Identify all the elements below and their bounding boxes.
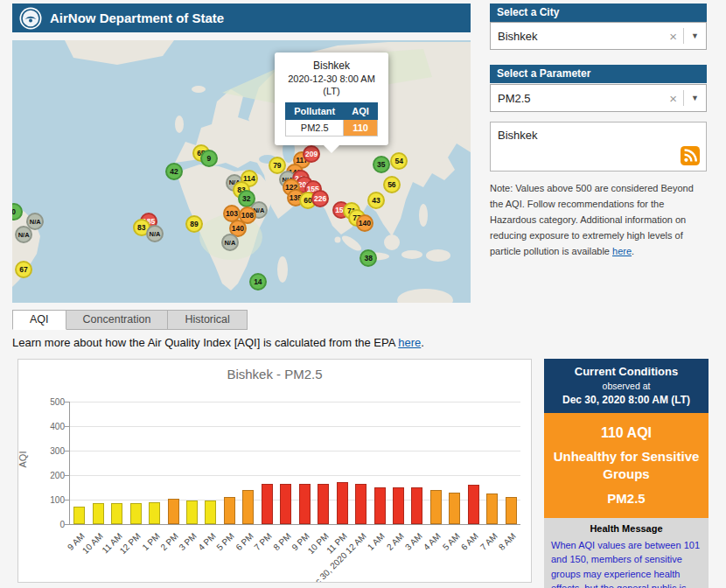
chart-bar[interactable] xyxy=(337,482,348,524)
tab-historical[interactable]: Historical xyxy=(168,310,247,330)
health-message-block: Health Message When AQI values are betwe… xyxy=(544,518,709,588)
chart-y-tick-label: 100 xyxy=(31,495,65,505)
aqi-map-marker[interactable]: 38 xyxy=(360,249,377,267)
rss-city-label: Bishkek xyxy=(498,129,538,142)
chart-bar[interactable] xyxy=(449,493,460,524)
chart-title: Bishkek - PM2.5 xyxy=(18,367,531,382)
city-chevron-down-icon[interactable]: ▼ xyxy=(684,32,706,40)
popup-col-aqi: AQI xyxy=(344,103,378,120)
current-conditions-header: Current Conditions observed at Dec 30, 2… xyxy=(544,359,709,413)
parameter-chevron-down-icon[interactable]: ▼ xyxy=(684,94,706,102)
rss-feed-box: Bishkek xyxy=(490,122,707,172)
chart-plot-area: 01002003004005009 AM10 AM11 AM12 PM1 PM2… xyxy=(69,402,520,525)
aqi-bar-chart: Bishkek - PM2.5 AQI 01002003004005009 AM… xyxy=(17,359,532,583)
city-select-dropdown[interactable]: Bishkek × ▼ xyxy=(490,22,707,50)
note-text: Note: Values above 500 are considered Be… xyxy=(490,183,694,256)
chart-bar[interactable] xyxy=(168,499,179,524)
map-markers-layer: 42659N/A1148332N/A103108140N/A8918583N/A… xyxy=(12,40,471,303)
select-parameter-header: Select a Parameter xyxy=(490,65,707,83)
state-department-seal-icon xyxy=(19,7,42,30)
chart-bar[interactable] xyxy=(411,487,422,524)
chart-bar[interactable] xyxy=(130,503,142,524)
epa-learn-more-link[interactable]: here xyxy=(398,336,421,349)
parameter-clear-icon[interactable]: × xyxy=(663,91,683,106)
aqi-map-marker[interactable]: N/A xyxy=(146,225,164,242)
chart-y-tick-label: 200 xyxy=(31,471,65,480)
observed-at-label: observed at xyxy=(548,381,705,391)
aqi-map-marker[interactable]: 140 xyxy=(356,214,373,232)
beyond-aqi-note: Note: Values above 500 are considered Be… xyxy=(490,180,707,259)
chart-bar[interactable] xyxy=(355,484,366,524)
chart-bar[interactable] xyxy=(93,503,104,524)
chart-y-tick xyxy=(65,402,70,402)
learn-more-suffix: . xyxy=(421,336,424,349)
aqi-map-marker[interactable]: 226 xyxy=(311,190,329,207)
chart-bar[interactable] xyxy=(111,503,122,524)
tab-concentration[interactable]: Concentration xyxy=(66,310,169,330)
chart-gridline xyxy=(70,402,520,402)
aqi-map-marker[interactable]: 209 xyxy=(303,145,320,163)
chart-bar[interactable] xyxy=(280,484,291,524)
current-aqi-category: Unhealthy for Sensitive Groups xyxy=(553,448,700,484)
health-message-header: Health Message xyxy=(551,523,702,534)
city-select-value: Bishkek xyxy=(491,30,663,43)
aqi-map-marker[interactable]: 67 xyxy=(15,261,32,278)
parameter-select-dropdown[interactable]: PM2.5 × ▼ xyxy=(490,84,707,112)
chart-y-tick xyxy=(65,500,70,500)
chart-y-tick xyxy=(65,475,70,476)
map-station-popup: Bishkek 2020-12-30 8:00 AM (LT) Pollutan… xyxy=(275,52,388,145)
chart-bar[interactable] xyxy=(299,484,311,524)
chart-bar[interactable] xyxy=(468,485,479,524)
aqi-map-marker[interactable]: 54 xyxy=(390,152,408,170)
aqi-map-marker[interactable]: N/A xyxy=(221,234,239,251)
popup-col-pollutant: Pollutant xyxy=(286,103,344,120)
rss-icon[interactable] xyxy=(681,146,700,165)
aqi-map-marker[interactable]: 9 xyxy=(200,150,218,167)
chart-gridline xyxy=(70,451,520,452)
chart-bar[interactable] xyxy=(205,500,216,524)
chart-y-tick xyxy=(65,426,70,427)
chart-y-axis-label: AQI xyxy=(17,452,28,468)
learn-more-text: Learn more about how the Air Quality Ind… xyxy=(12,336,424,349)
chart-bar[interactable] xyxy=(393,487,404,524)
aqi-map-marker[interactable]: 42 xyxy=(165,163,183,180)
aqi-map-marker[interactable]: 0 xyxy=(12,203,23,220)
map-view-tabs: AQI Concentration Historical xyxy=(12,310,248,330)
chart-bar[interactable] xyxy=(73,507,85,524)
health-message-text: When AQI values are between 101 and 150,… xyxy=(551,538,702,588)
chart-bar[interactable] xyxy=(242,490,254,524)
current-aqi-value: 110 AQI xyxy=(553,425,700,441)
note-here-link[interactable]: here xyxy=(612,246,632,256)
aqi-world-map[interactable]: 42659N/A1148332N/A103108140N/A8918583N/A… xyxy=(12,40,471,303)
chart-y-tick-label: 0 xyxy=(31,520,65,529)
aqi-map-marker[interactable]: 89 xyxy=(185,215,203,233)
chart-gridline xyxy=(70,475,520,476)
chart-bar[interactable] xyxy=(149,502,160,524)
city-clear-icon[interactable]: × xyxy=(663,29,683,44)
aqi-map-marker[interactable]: 35 xyxy=(373,156,390,173)
note-suffix: . xyxy=(632,246,634,256)
chart-bar[interactable] xyxy=(262,484,273,524)
aqi-map-marker[interactable]: 14 xyxy=(249,273,267,290)
select-city-header: Select a City xyxy=(490,4,707,22)
app-header: AirNow Department of State xyxy=(12,4,471,32)
chart-y-tick-label: 400 xyxy=(31,422,65,431)
chart-bar[interactable] xyxy=(186,500,198,524)
tab-aqi[interactable]: AQI xyxy=(12,310,66,330)
chart-y-tick xyxy=(65,451,70,452)
chart-bar[interactable] xyxy=(506,497,517,524)
current-conditions-panel: Current Conditions observed at Dec 30, 2… xyxy=(544,359,709,588)
aqi-map-marker[interactable]: N/A xyxy=(15,226,32,243)
chart-y-tick xyxy=(65,524,70,525)
popup-datetime: 2020-12-30 8:00 AM xyxy=(279,74,384,84)
chart-bar[interactable] xyxy=(374,487,386,524)
current-pollutant: PM2.5 xyxy=(553,491,700,506)
chart-bar[interactable] xyxy=(318,484,329,524)
chart-bar[interactable] xyxy=(224,497,235,524)
current-aqi-block: 110 AQI Unhealthy for Sensitive Groups P… xyxy=(544,413,709,518)
chart-bar[interactable] xyxy=(430,490,442,524)
page-title: AirNow Department of State xyxy=(50,10,224,25)
aqi-map-marker[interactable]: 56 xyxy=(383,176,401,193)
aqi-map-marker[interactable]: 43 xyxy=(367,192,385,209)
chart-bar[interactable] xyxy=(486,494,498,524)
